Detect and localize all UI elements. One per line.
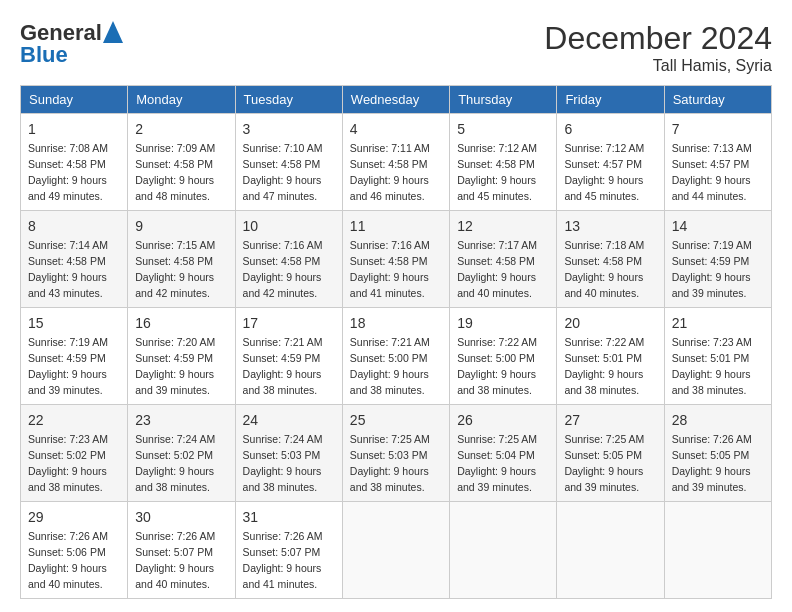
day-number: 29 <box>28 507 120 527</box>
sunrise-label: Sunrise: 7:23 AM <box>672 336 752 348</box>
sunset-label: Sunset: 5:01 PM <box>564 352 642 364</box>
col-header-sunday: Sunday <box>21 86 128 114</box>
day-number: 12 <box>457 216 549 236</box>
sunrise-label: Sunrise: 7:20 AM <box>135 336 215 348</box>
sunset-label: Sunset: 5:05 PM <box>672 449 750 461</box>
day-cell-20: 20 Sunrise: 7:22 AM Sunset: 5:01 PM Dayl… <box>557 308 664 405</box>
sunrise-label: Sunrise: 7:25 AM <box>564 433 644 445</box>
daylight-label: Daylight: 9 hours and 38 minutes. <box>672 368 751 396</box>
day-number: 15 <box>28 313 120 333</box>
day-cell-26: 26 Sunrise: 7:25 AM Sunset: 5:04 PM Dayl… <box>450 405 557 502</box>
day-number: 18 <box>350 313 442 333</box>
sunset-label: Sunset: 4:58 PM <box>135 158 213 170</box>
sunset-label: Sunset: 4:59 PM <box>243 352 321 364</box>
sunset-label: Sunset: 4:57 PM <box>564 158 642 170</box>
sunrise-label: Sunrise: 7:24 AM <box>135 433 215 445</box>
day-cell-21: 21 Sunrise: 7:23 AM Sunset: 5:01 PM Dayl… <box>664 308 771 405</box>
day-number: 28 <box>672 410 764 430</box>
sunrise-label: Sunrise: 7:12 AM <box>564 142 644 154</box>
sunrise-label: Sunrise: 7:16 AM <box>350 239 430 251</box>
day-cell-24: 24 Sunrise: 7:24 AM Sunset: 5:03 PM Dayl… <box>235 405 342 502</box>
day-number: 9 <box>135 216 227 236</box>
day-number: 20 <box>564 313 656 333</box>
day-number: 8 <box>28 216 120 236</box>
empty-cell <box>342 502 449 599</box>
daylight-label: Daylight: 9 hours and 38 minutes. <box>457 368 536 396</box>
day-cell-23: 23 Sunrise: 7:24 AM Sunset: 5:02 PM Dayl… <box>128 405 235 502</box>
sunrise-label: Sunrise: 7:26 AM <box>135 530 215 542</box>
day-number: 17 <box>243 313 335 333</box>
day-cell-8: 8 Sunrise: 7:14 AM Sunset: 4:58 PM Dayli… <box>21 211 128 308</box>
title-block: December 2024 Tall Hamis, Syria <box>544 20 772 75</box>
day-cell-17: 17 Sunrise: 7:21 AM Sunset: 4:59 PM Dayl… <box>235 308 342 405</box>
col-header-thursday: Thursday <box>450 86 557 114</box>
week-row-3: 15 Sunrise: 7:19 AM Sunset: 4:59 PM Dayl… <box>21 308 772 405</box>
day-cell-31: 31 Sunrise: 7:26 AM Sunset: 5:07 PM Dayl… <box>235 502 342 599</box>
daylight-label: Daylight: 9 hours and 38 minutes. <box>243 465 322 493</box>
sunset-label: Sunset: 5:04 PM <box>457 449 535 461</box>
sunrise-label: Sunrise: 7:19 AM <box>28 336 108 348</box>
location: Tall Hamis, Syria <box>544 57 772 75</box>
sunrise-label: Sunrise: 7:25 AM <box>350 433 430 445</box>
empty-cell <box>557 502 664 599</box>
daylight-label: Daylight: 9 hours and 38 minutes. <box>350 368 429 396</box>
day-cell-18: 18 Sunrise: 7:21 AM Sunset: 5:00 PM Dayl… <box>342 308 449 405</box>
daylight-label: Daylight: 9 hours and 39 minutes. <box>135 368 214 396</box>
day-cell-13: 13 Sunrise: 7:18 AM Sunset: 4:58 PM Dayl… <box>557 211 664 308</box>
daylight-label: Daylight: 9 hours and 38 minutes. <box>28 465 107 493</box>
day-number: 25 <box>350 410 442 430</box>
day-number: 2 <box>135 119 227 139</box>
calendar-table: SundayMondayTuesdayWednesdayThursdayFrid… <box>20 85 772 599</box>
daylight-label: Daylight: 9 hours and 38 minutes. <box>350 465 429 493</box>
logo-blue: Blue <box>20 42 68 68</box>
day-cell-12: 12 Sunrise: 7:17 AM Sunset: 4:58 PM Dayl… <box>450 211 557 308</box>
day-cell-10: 10 Sunrise: 7:16 AM Sunset: 4:58 PM Dayl… <box>235 211 342 308</box>
day-cell-28: 28 Sunrise: 7:26 AM Sunset: 5:05 PM Dayl… <box>664 405 771 502</box>
daylight-label: Daylight: 9 hours and 39 minutes. <box>672 271 751 299</box>
sunset-label: Sunset: 4:58 PM <box>135 255 213 267</box>
sunrise-label: Sunrise: 7:21 AM <box>350 336 430 348</box>
sunset-label: Sunset: 5:03 PM <box>243 449 321 461</box>
daylight-label: Daylight: 9 hours and 46 minutes. <box>350 174 429 202</box>
sunset-label: Sunset: 5:03 PM <box>350 449 428 461</box>
sunset-label: Sunset: 5:07 PM <box>243 546 321 558</box>
daylight-label: Daylight: 9 hours and 43 minutes. <box>28 271 107 299</box>
sunset-label: Sunset: 4:58 PM <box>457 158 535 170</box>
daylight-label: Daylight: 9 hours and 39 minutes. <box>28 368 107 396</box>
day-cell-22: 22 Sunrise: 7:23 AM Sunset: 5:02 PM Dayl… <box>21 405 128 502</box>
day-cell-11: 11 Sunrise: 7:16 AM Sunset: 4:58 PM Dayl… <box>342 211 449 308</box>
day-number: 4 <box>350 119 442 139</box>
sunrise-label: Sunrise: 7:08 AM <box>28 142 108 154</box>
empty-cell <box>664 502 771 599</box>
daylight-label: Daylight: 9 hours and 38 minutes. <box>243 368 322 396</box>
day-number: 19 <box>457 313 549 333</box>
daylight-label: Daylight: 9 hours and 42 minutes. <box>135 271 214 299</box>
daylight-label: Daylight: 9 hours and 49 minutes. <box>28 174 107 202</box>
daylight-label: Daylight: 9 hours and 44 minutes. <box>672 174 751 202</box>
sunset-label: Sunset: 5:02 PM <box>28 449 106 461</box>
sunset-label: Sunset: 4:57 PM <box>672 158 750 170</box>
day-cell-30: 30 Sunrise: 7:26 AM Sunset: 5:07 PM Dayl… <box>128 502 235 599</box>
sunset-label: Sunset: 5:02 PM <box>135 449 213 461</box>
sunset-label: Sunset: 4:58 PM <box>564 255 642 267</box>
daylight-label: Daylight: 9 hours and 42 minutes. <box>243 271 322 299</box>
sunset-label: Sunset: 4:58 PM <box>243 158 321 170</box>
day-cell-27: 27 Sunrise: 7:25 AM Sunset: 5:05 PM Dayl… <box>557 405 664 502</box>
sunrise-label: Sunrise: 7:26 AM <box>243 530 323 542</box>
daylight-label: Daylight: 9 hours and 40 minutes. <box>28 562 107 590</box>
sunset-label: Sunset: 4:58 PM <box>350 158 428 170</box>
day-cell-2: 2 Sunrise: 7:09 AM Sunset: 4:58 PM Dayli… <box>128 114 235 211</box>
sunrise-label: Sunrise: 7:24 AM <box>243 433 323 445</box>
sunrise-label: Sunrise: 7:16 AM <box>243 239 323 251</box>
day-number: 16 <box>135 313 227 333</box>
daylight-label: Daylight: 9 hours and 40 minutes. <box>135 562 214 590</box>
daylight-label: Daylight: 9 hours and 39 minutes. <box>564 465 643 493</box>
daylight-label: Daylight: 9 hours and 47 minutes. <box>243 174 322 202</box>
sunrise-label: Sunrise: 7:26 AM <box>28 530 108 542</box>
day-number: 1 <box>28 119 120 139</box>
sunset-label: Sunset: 4:59 PM <box>135 352 213 364</box>
sunset-label: Sunset: 4:58 PM <box>243 255 321 267</box>
sunrise-label: Sunrise: 7:19 AM <box>672 239 752 251</box>
day-number: 22 <box>28 410 120 430</box>
day-cell-5: 5 Sunrise: 7:12 AM Sunset: 4:58 PM Dayli… <box>450 114 557 211</box>
